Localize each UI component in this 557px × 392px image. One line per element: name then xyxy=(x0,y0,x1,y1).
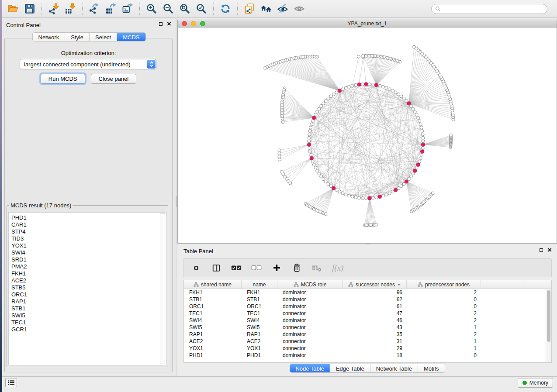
cell-successor-nodes[interactable]: 61 xyxy=(343,303,407,310)
clone-network-button[interactable] xyxy=(242,2,256,16)
table-row[interactable]: PHD1PHD1dominator180 xyxy=(184,352,551,359)
cell-name[interactable]: RAP1 xyxy=(242,331,277,338)
cell-shared-name[interactable]: STB1 xyxy=(184,296,242,303)
cell-predecessor-nodes[interactable]: 2 xyxy=(407,317,481,324)
mcds-result-item[interactable]: SWI5 xyxy=(11,312,166,319)
mcds-result-item[interactable]: TEC1 xyxy=(11,319,166,326)
first-neighbors-button[interactable] xyxy=(259,2,273,16)
mcds-result-item[interactable]: STB1 xyxy=(11,305,166,312)
table-tab-node-table[interactable]: Node Table xyxy=(290,364,330,372)
cell-name[interactable]: SWI4 xyxy=(242,317,277,324)
cell-mcds-role[interactable]: dominator xyxy=(277,289,343,296)
delete-column-button[interactable] xyxy=(291,262,302,274)
cell-shared-name[interactable]: PHD1 xyxy=(184,352,242,359)
table-scrollbar[interactable] xyxy=(546,289,551,362)
mcds-result-item[interactable]: YOX1 xyxy=(11,242,166,249)
cell-predecessor-nodes[interactable]: 2 xyxy=(407,331,481,338)
cell-name[interactable]: SWI5 xyxy=(242,324,277,331)
cell-successor-nodes[interactable]: 18 xyxy=(343,352,407,359)
mcds-result-item[interactable]: SRD1 xyxy=(11,256,166,263)
table-row[interactable]: FKH1FKH1dominator962 xyxy=(184,289,551,296)
float-panel-icon[interactable] xyxy=(159,22,163,26)
cell-predecessor-nodes[interactable]: 0 xyxy=(407,352,481,359)
zoom-selected-button[interactable] xyxy=(194,2,208,16)
cell-name[interactable]: STB1 xyxy=(242,296,277,303)
mcds-result-item[interactable]: ACE2 xyxy=(11,277,166,284)
cell-successor-nodes[interactable]: 35 xyxy=(343,331,407,338)
column-header-mcds-role[interactable]: MCDS role xyxy=(277,280,343,289)
mcds-result-item[interactable]: PHD1 xyxy=(11,214,166,221)
cell-predecessor-nodes[interactable]: 2 xyxy=(407,310,481,317)
cell-shared-name[interactable]: ORC1 xyxy=(184,303,242,310)
cell-successor-nodes[interactable]: 46 xyxy=(343,317,407,324)
cell-name[interactable]: PHD1 xyxy=(242,352,277,359)
network-graph[interactable] xyxy=(178,28,557,243)
hide-selected-button[interactable] xyxy=(276,2,290,16)
tab-network[interactable]: Network xyxy=(32,33,65,41)
mcds-result-item[interactable]: PMA2 xyxy=(11,263,166,270)
run-mcds-button[interactable]: Run MCDS xyxy=(41,74,85,84)
network-canvas[interactable] xyxy=(178,28,557,243)
zoom-in-button[interactable] xyxy=(145,2,159,16)
table-row[interactable]: YOX1YOX1connector291 xyxy=(184,345,551,352)
table-row[interactable]: SWI4SWI4dominator462 xyxy=(184,317,551,324)
cell-mcds-role[interactable]: connector xyxy=(277,310,343,317)
cell-predecessor-nodes[interactable]: 0 xyxy=(407,303,481,310)
column-header-shared-name[interactable]: shared name xyxy=(184,280,242,289)
table-row[interactable]: STB1STB1dominator620 xyxy=(184,296,551,303)
table-tab-motifs[interactable]: Motifs xyxy=(418,364,445,372)
tab-select[interactable]: Select xyxy=(89,33,117,41)
cell-shared-name[interactable]: ACE2 xyxy=(184,338,242,345)
mcds-result-item[interactable]: RAP1 xyxy=(11,298,166,305)
cell-name[interactable]: ACE2 xyxy=(242,338,277,345)
table-tab-edge-table[interactable]: Edge Table xyxy=(330,364,370,372)
mcds-result-item[interactable]: CAR1 xyxy=(11,221,166,228)
tab-mcds[interactable]: MCDS xyxy=(117,33,145,41)
cell-shared-name[interactable]: FKH1 xyxy=(184,289,242,296)
mcds-result-item[interactable]: STP4 xyxy=(11,228,166,235)
cell-mcds-role[interactable]: dominator xyxy=(277,331,343,338)
refresh-button[interactable] xyxy=(218,2,232,16)
cell-mcds-role[interactable]: dominator xyxy=(277,352,343,359)
zoom-fit-button[interactable] xyxy=(178,2,192,16)
select-columns-button[interactable] xyxy=(211,262,222,274)
float-table-panel-icon[interactable] xyxy=(540,248,543,252)
optimization-select[interactable]: largest connected component (undirected) xyxy=(20,59,156,69)
network-titlebar[interactable]: YPA_prune.txt_1 xyxy=(178,20,557,28)
mcds-result-item[interactable]: STB5 xyxy=(11,284,166,291)
cell-successor-nodes[interactable]: 62 xyxy=(343,296,407,303)
cell-name[interactable]: ORC1 xyxy=(242,303,277,310)
cell-mcds-role[interactable]: connector xyxy=(277,345,343,352)
cell-predecessor-nodes[interactable]: 1 xyxy=(407,324,481,331)
function-builder-button-disabled[interactable]: f(x) xyxy=(331,262,347,274)
cell-successor-nodes[interactable]: 31 xyxy=(343,338,407,345)
select-all-button[interactable] xyxy=(231,262,242,274)
table-settings-button[interactable] xyxy=(190,262,202,274)
mcds-result-list[interactable]: PHD1CAR1STP4TID3YOX1SWI4SRD1PMA2FKH1ACE2… xyxy=(8,212,166,365)
save-session-button[interactable] xyxy=(23,2,37,16)
result-scrollbar[interactable] xyxy=(160,213,165,364)
table-row[interactable]: ORC1ORC1dominator610 xyxy=(184,303,551,310)
export-table-button[interactable] xyxy=(104,2,118,16)
cell-mcds-role[interactable]: connector xyxy=(277,338,343,345)
add-column-button[interactable] xyxy=(271,262,282,274)
mcds-result-item[interactable]: GCR1 xyxy=(11,326,166,333)
minimize-window-button[interactable] xyxy=(191,21,196,26)
column-header-successor-nodes[interactable]: successor nodes xyxy=(343,280,407,289)
mcds-result-item[interactable]: ORC1 xyxy=(11,291,166,298)
cell-mcds-role[interactable]: dominator xyxy=(277,303,343,310)
close-panel-button[interactable]: Close panel xyxy=(91,74,137,84)
table-tab-network-table[interactable]: Network Table xyxy=(370,364,418,372)
cell-name[interactable]: YOX1 xyxy=(242,345,277,352)
search-box[interactable] xyxy=(431,4,547,14)
mcds-result-item[interactable]: TID3 xyxy=(11,235,166,242)
show-all-button[interactable] xyxy=(292,2,306,16)
column-header-predecessor-nodes[interactable]: predecessor nodes xyxy=(407,280,481,289)
maximize-window-button[interactable] xyxy=(200,21,205,26)
cell-shared-name[interactable]: TEC1 xyxy=(184,310,242,317)
cell-predecessor-nodes[interactable]: 1 xyxy=(407,338,481,345)
delete-table-button-disabled[interactable] xyxy=(311,262,322,274)
mcds-result-item[interactable]: FKH1 xyxy=(11,270,166,277)
table-row[interactable]: SWI5SWI5connector431 xyxy=(184,324,551,331)
memory-button[interactable]: Memory xyxy=(518,378,553,388)
